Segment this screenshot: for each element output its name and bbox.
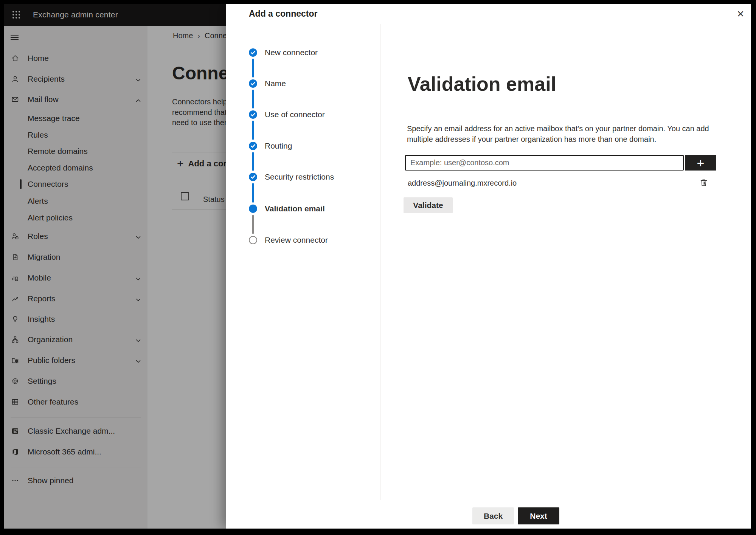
divider [226, 24, 751, 24]
address-list-item: address@journaling.mxrecord.io [405, 175, 751, 191]
step-check-icon [249, 110, 257, 119]
step-connector-line [252, 59, 254, 78]
back-button[interactable]: Back [472, 507, 514, 524]
step-check-icon [249, 79, 257, 88]
step-upcoming-dot [249, 236, 257, 244]
step-connector-line [252, 121, 254, 140]
step-use-of-connector[interactable]: Use of connector [226, 106, 377, 123]
step-routing[interactable]: Routing [226, 138, 377, 154]
validate-button[interactable]: Validate [404, 197, 453, 213]
step-new-connector[interactable]: New connector [226, 44, 377, 61]
step-validation-email[interactable]: Validation email [226, 200, 377, 217]
divider [226, 500, 751, 500]
step-connector-line [252, 183, 254, 203]
step-check-icon [249, 142, 257, 150]
panel-title: Add a connector [249, 9, 317, 19]
divider [380, 24, 380, 500]
trash-icon[interactable] [697, 177, 710, 189]
step-check-icon [249, 48, 257, 57]
wizard-heading: Validation email [408, 73, 556, 95]
add-email-button[interactable]: + [685, 155, 716, 171]
close-icon[interactable]: × [734, 7, 747, 20]
step-security-restrictions[interactable]: Security restrictions [226, 169, 377, 185]
address-email: address@journaling.mxrecord.io [408, 175, 517, 191]
validation-email-input[interactable] [405, 155, 684, 171]
add-connector-panel: Add a connector × New connector Name Use… [226, 4, 751, 529]
wizard-description: Specify an email address for an active m… [407, 123, 717, 144]
divider [405, 193, 751, 193]
step-name[interactable]: Name [226, 75, 377, 92]
step-check-icon [249, 173, 257, 181]
step-review-connector[interactable]: Review connector [226, 232, 377, 248]
step-connector-line [252, 215, 254, 234]
screen: Exchange admin center Home Recipients Ma… [4, 4, 751, 529]
step-connector-line [252, 152, 254, 171]
step-connector-line [252, 90, 254, 109]
next-button[interactable]: Next [518, 507, 559, 524]
step-active-dot [249, 205, 257, 213]
